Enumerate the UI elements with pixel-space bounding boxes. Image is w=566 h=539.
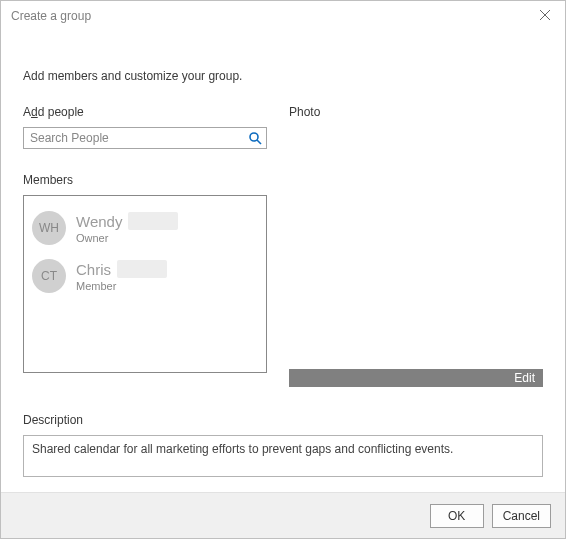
avatar: WH [32,211,66,245]
dialog-content: Add members and customize your group. Ad… [1,31,565,492]
photo-area: Edit [289,127,543,387]
dialog-button-row: OK Cancel [1,492,565,538]
member-role: Owner [76,232,178,244]
description-input[interactable] [23,435,543,477]
add-people-label: Add people [23,105,269,119]
member-role: Member [76,280,167,292]
search-icon[interactable] [247,130,263,146]
ok-button[interactable]: OK [430,504,484,528]
search-people-input[interactable] [23,127,267,149]
redacted-surname [128,212,178,230]
edit-photo-button[interactable]: Edit [289,369,543,387]
redacted-surname [117,260,167,278]
instruction-text: Add members and customize your group. [23,69,543,83]
titlebar: Create a group [1,1,565,31]
avatar: CT [32,259,66,293]
close-icon [539,8,551,24]
member-name: Wendy [76,213,122,230]
members-list[interactable]: WH Wendy Owner CT [23,195,267,373]
create-group-dialog: Create a group Add members and customize… [0,0,566,539]
close-button[interactable] [533,4,557,28]
member-name: Chris [76,261,111,278]
description-label: Description [23,413,543,427]
photo-label: Photo [289,105,543,119]
cancel-button[interactable]: Cancel [492,504,551,528]
svg-point-0 [250,133,258,141]
edit-photo-label: Edit [514,371,535,385]
member-row[interactable]: CT Chris Member [32,254,258,298]
svg-line-1 [257,140,261,144]
member-row[interactable]: WH Wendy Owner [32,206,258,250]
members-label: Members [23,173,269,187]
dialog-title: Create a group [11,9,91,23]
